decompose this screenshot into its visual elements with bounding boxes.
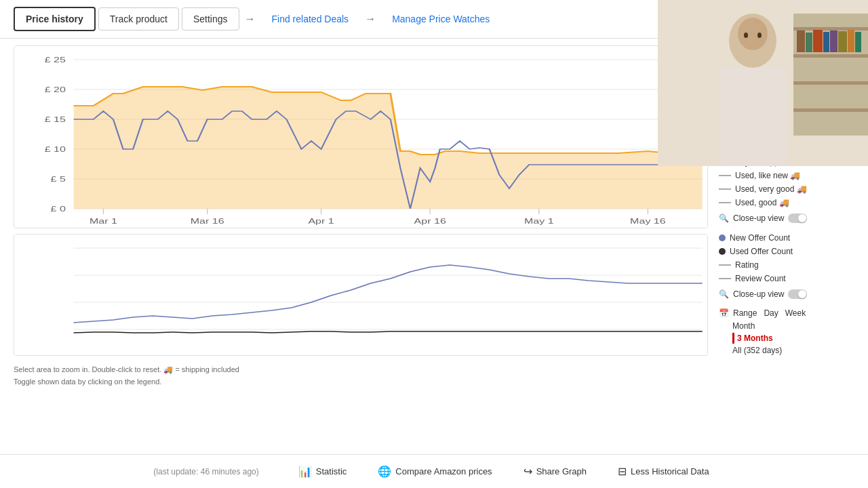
range-month[interactable]: Month: [732, 321, 854, 331]
compare-label: Compare Amazon prices: [395, 466, 492, 476]
share-graph-button[interactable]: ↪ Share Graph: [518, 462, 592, 481]
svg-rect-46: [719, 68, 787, 166]
used-very-good-dash: [719, 188, 731, 190]
range-3months[interactable]: 3 Months: [732, 333, 854, 344]
svg-rect-42: [848, 30, 854, 52]
svg-rect-33: [793, 54, 868, 58]
svg-text:Apr 16: Apr 16: [414, 217, 447, 225]
svg-rect-25: [14, 235, 707, 356]
tab-track-product[interactable]: Track product: [98, 7, 179, 30]
range-section: 📅 Range Day Week Month 3 Months All (352…: [719, 308, 854, 356]
tab-find-related-deals[interactable]: Find related Deals: [261, 8, 360, 30]
svg-text:£ 15: £ 15: [45, 115, 66, 123]
range-options: Month 3 Months All (352 days): [732, 321, 854, 356]
legend-new-offer-count[interactable]: New Offer Count: [719, 232, 854, 243]
svg-point-48: [757, 33, 762, 38]
range-header: 📅 Range Day Week: [719, 308, 854, 318]
closeup-label-2: Close-up view: [733, 289, 784, 299]
svg-text:May 16: May 16: [630, 217, 666, 225]
legend-used-very-good[interactable]: Used, very good 🚚: [719, 184, 854, 195]
svg-rect-36: [797, 30, 805, 52]
price-chart[interactable]: £ 25 £ 20 £ 15 £ 10 £ 5 £ 0 Mar 1 Mar 16…: [14, 45, 708, 228]
rating-dash: [719, 264, 731, 266]
legend-review-count[interactable]: Review Count: [719, 273, 854, 284]
legend-new-offer-count-label: New Offer Count: [730, 233, 790, 243]
svg-rect-39: [823, 32, 829, 52]
closeup-toggle-2[interactable]: [788, 289, 807, 299]
share-icon: ↪: [524, 465, 532, 478]
less-historical-data-button[interactable]: ⊟ Less Historical Data: [612, 462, 715, 481]
offer-count-chart[interactable]: [14, 234, 708, 356]
legend-used-very-good-label: Used, very good 🚚: [735, 184, 807, 194]
svg-rect-41: [838, 31, 847, 52]
svg-rect-40: [830, 30, 837, 52]
video-placeholder: [658, 0, 868, 166]
calendar-icon: 📅: [719, 308, 729, 318]
used-offer-count-dot: [719, 248, 726, 255]
last-update-text: (last update: 46 minutes ago): [153, 467, 258, 476]
legend-rating[interactable]: Rating: [719, 260, 854, 270]
historical-icon: ⊟: [618, 465, 627, 478]
tab-settings[interactable]: Settings: [182, 7, 239, 30]
bottom-bar: (last update: 46 minutes ago) 📊 Statisti…: [0, 454, 868, 488]
svg-point-47: [744, 33, 748, 38]
svg-rect-34: [793, 81, 868, 85]
legend-review-count-label: Review Count: [735, 274, 786, 283]
closeup-toggle-1-row: 🔍 Close-up view: [719, 214, 854, 223]
svg-text:£ 20: £ 20: [45, 85, 66, 94]
svg-rect-37: [806, 33, 812, 52]
svg-text:Apr 1: Apr 1: [308, 217, 334, 225]
svg-text:£ 0: £ 0: [51, 205, 66, 213]
svg-text:Mar 16: Mar 16: [191, 217, 224, 225]
legend-used-good[interactable]: Used, good 🚚: [719, 197, 854, 208]
chart-area: £ 25 £ 20 £ 15 £ 10 £ 5 £ 0 Mar 1 Mar 16…: [14, 45, 708, 448]
range-all[interactable]: All (352 days): [732, 345, 854, 356]
new-offer-count-dot: [719, 235, 726, 241]
closeup-label-1: Close-up view: [733, 214, 784, 223]
legend-used-offer-count[interactable]: Used Offer Count: [719, 246, 854, 257]
svg-text:£ 10: £ 10: [45, 145, 66, 153]
arrow-icon-1: →: [242, 13, 258, 25]
statistic-icon: 📊: [298, 465, 312, 478]
legend-used-good-label: Used, good 🚚: [735, 198, 789, 207]
chart-hints: Select area to zoom in. Double-click to …: [14, 364, 708, 388]
svg-text:£ 25: £ 25: [45, 56, 66, 64]
closeup-search-icon-2: 🔍: [719, 289, 729, 299]
legend-used-like-new-label: Used, like new 🚚: [735, 171, 800, 180]
svg-rect-35: [793, 108, 868, 112]
closeup-toggle-2-row: 🔍 Close-up view: [719, 289, 854, 299]
share-label: Share Graph: [536, 466, 587, 476]
arrow-icon-2: →: [362, 13, 378, 25]
range-day-option[interactable]: Day: [764, 308, 778, 318]
svg-text:£ 5: £ 5: [51, 175, 66, 183]
svg-rect-32: [793, 27, 868, 30]
legend-used-like-new[interactable]: Used, like new 🚚: [719, 170, 854, 181]
range-label: Range: [733, 308, 757, 318]
svg-text:May 1: May 1: [524, 217, 554, 225]
tab-manage-price-watches[interactable]: Manage Price Watches: [381, 8, 500, 30]
review-count-dash: [719, 278, 731, 279]
closeup-search-icon-1: 🔍: [719, 214, 729, 223]
range-week-option[interactable]: Week: [785, 308, 806, 318]
closeup-toggle-1[interactable]: [788, 214, 807, 223]
used-like-new-dash: [719, 175, 731, 176]
svg-rect-43: [855, 32, 861, 52]
statistic-button[interactable]: 📊 Statistic: [293, 462, 353, 481]
used-good-dash: [719, 202, 731, 203]
svg-rect-38: [813, 30, 823, 52]
compare-icon: 🌐: [378, 465, 391, 478]
legend-used-offer-count-label: Used Offer Count: [730, 247, 793, 256]
video-overlay: [658, 0, 868, 166]
svg-point-45: [738, 18, 768, 50]
historical-label: Less Historical Data: [631, 466, 709, 476]
tab-price-history[interactable]: Price history: [14, 7, 96, 31]
statistic-label: Statistic: [316, 466, 347, 476]
legend-rating-label: Rating: [735, 260, 759, 270]
compare-amazon-button[interactable]: 🌐 Compare Amazon prices: [372, 462, 497, 481]
svg-text:Mar 1: Mar 1: [90, 217, 117, 225]
